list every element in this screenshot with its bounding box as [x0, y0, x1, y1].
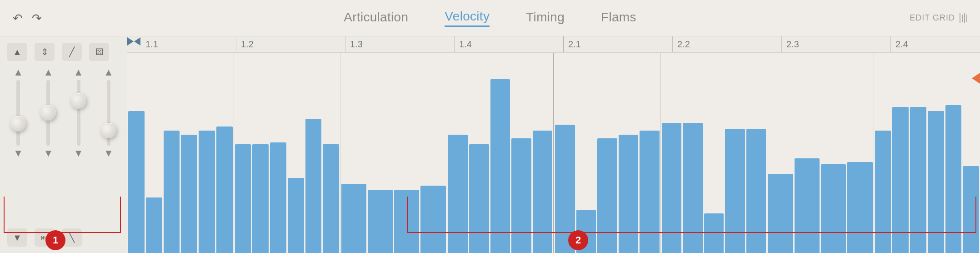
ruler-section-1.2: 1.2 [236, 36, 345, 52]
ruler-label-2.1: 2.1 [564, 39, 581, 50]
slider-2-thumb[interactable] [40, 105, 56, 121]
bar-b1.4-1[interactable] [469, 144, 489, 253]
bar-b1.2-4[interactable] [305, 119, 322, 253]
slider-2-down-arrow[interactable]: ▼ [43, 148, 53, 158]
bar-b1.1-4[interactable] [199, 131, 215, 253]
bar-b2.2-2[interactable] [704, 213, 724, 253]
beat-section-b1.2 [234, 53, 341, 253]
slider-3-down-arrow[interactable]: ▼ [74, 148, 84, 158]
bar-b2.1-3[interactable] [619, 135, 639, 253]
bar-b1.4-2[interactable] [490, 79, 510, 253]
bar-b1.3-2[interactable] [394, 190, 419, 253]
slider-1-thumb[interactable] [10, 116, 26, 132]
header: ↶ ↷ Articulation Velocity Timing Flams E… [0, 0, 980, 36]
bar-b2.3-0[interactable] [768, 174, 793, 253]
slider-1[interactable]: ▲ ▼ [13, 67, 23, 158]
beat-section-b1.1 [127, 53, 234, 253]
ruler: 1.1 1.2 1.3 1.4 2.1 2.2 2.3 2.4 [127, 36, 980, 53]
slider-3-rail[interactable] [77, 80, 80, 146]
slider-4-down-arrow[interactable]: ▼ [104, 148, 114, 158]
bar-b2.3-2[interactable] [821, 164, 846, 253]
bar-b1.2-0[interactable] [235, 144, 251, 253]
bar-b2.1-2[interactable] [597, 138, 617, 253]
controls-top-row: ▲ ⇕ ╱ ⚄ [7, 43, 120, 61]
bar-b1.2-2[interactable] [270, 142, 286, 253]
slider-4[interactable]: ▲ ▼ [104, 67, 114, 158]
bar-b2.4-4[interactable] [945, 105, 962, 253]
bar-b2.1-4[interactable] [640, 131, 660, 253]
ruler-label-1.2: 1.2 [236, 39, 254, 50]
ruler-section-2.1: 2.1 [564, 36, 673, 52]
bar-b2.2-4[interactable] [746, 129, 766, 253]
ruler-section-2.2: 2.2 [673, 36, 782, 52]
grid-line-1 [960, 13, 960, 23]
ruler-label-1.3: 1.3 [345, 39, 363, 50]
up-arrow-button[interactable]: ▲ [7, 43, 27, 61]
slider-2-up-arrow[interactable]: ▲ [43, 67, 53, 77]
ruler-label-1.4: 1.4 [455, 39, 472, 50]
tab-bar: Articulation Velocity Timing Flams [344, 9, 636, 27]
slider-3-thumb[interactable] [71, 93, 86, 109]
bar-b1.1-0[interactable] [128, 111, 145, 253]
bar-b1.1-5[interactable] [216, 126, 233, 253]
bar-b1.3-3[interactable] [420, 186, 445, 253]
ruler-label-2.3: 2.3 [782, 39, 799, 50]
bar-b1.3-0[interactable] [341, 184, 366, 253]
bar-b2.2-3[interactable] [725, 129, 745, 253]
bar-b2.4-3[interactable] [928, 111, 944, 253]
bar-b1.1-1[interactable] [146, 197, 162, 253]
edit-grid-button[interactable]: EDIT GRID [910, 13, 967, 23]
tab-velocity[interactable]: Velocity [445, 9, 490, 27]
slider-1-down-arrow[interactable]: ▼ [13, 148, 23, 158]
slider-2-rail[interactable] [46, 80, 50, 146]
play-arrows [127, 37, 140, 46]
slider-4-rail[interactable] [107, 80, 110, 146]
bar-b1.1-3[interactable] [181, 135, 197, 253]
bar-b2.2-0[interactable] [662, 123, 682, 253]
bar-b1.3-1[interactable] [368, 190, 393, 253]
chart-area: 1.1 1.2 1.3 1.4 2.1 2.2 2.3 2.4 [127, 36, 980, 253]
slider-3[interactable]: ▲ ▼ [74, 67, 84, 158]
bar-b2.4-0[interactable] [875, 131, 891, 253]
main-content: ▲ ⇕ ╱ ⚄ ▲ ▼ ▲ ▼ [0, 36, 980, 253]
bar-b2.3-3[interactable] [847, 162, 872, 253]
grid-lines-icon [960, 13, 967, 23]
slider-1-up-arrow[interactable]: ▲ [13, 67, 23, 77]
slider-4-up-arrow[interactable]: ▲ [104, 67, 114, 77]
bar-b1.1-2[interactable] [164, 131, 180, 253]
beat-section-b1.4 [447, 53, 555, 253]
beat-section-b2.1 [554, 53, 661, 253]
slider-1-rail[interactable] [16, 80, 20, 146]
bar-b1.2-1[interactable] [252, 144, 269, 253]
bar-b1.4-4[interactable] [533, 131, 553, 253]
sliders-row: ▲ ▼ ▲ ▼ ▲ ▼ [7, 67, 120, 222]
slider-4-thumb[interactable] [101, 123, 116, 138]
grid-line-2 [962, 15, 963, 22]
bar-b1.2-3[interactable] [288, 178, 304, 253]
bar-b2.2-1[interactable] [683, 123, 703, 253]
beat-section-b2.2 [661, 53, 768, 253]
beat-section-b1.3 [340, 53, 447, 253]
bar-b2.4-1[interactable] [892, 107, 909, 253]
bar-b1.4-0[interactable] [448, 135, 468, 253]
undo-button[interactable]: ↶ [13, 12, 23, 24]
undo-redo-group: ↶ ↷ [13, 12, 42, 24]
bar-b2.3-1[interactable] [795, 158, 820, 253]
bar-b1.2-5[interactable] [323, 144, 339, 253]
sort-button[interactable]: ⇕ [35, 43, 55, 61]
tab-timing[interactable]: Timing [526, 10, 565, 26]
playhead-icon [972, 73, 980, 84]
redo-button[interactable]: ↷ [32, 12, 42, 24]
tab-flams[interactable]: Flams [601, 10, 636, 26]
beat-section-b2.4 [874, 53, 980, 253]
slider-3-up-arrow[interactable]: ▲ [74, 67, 84, 77]
dice-button[interactable]: ⚄ [89, 43, 109, 61]
bar-b2.4-5[interactable] [963, 166, 979, 253]
tab-articulation[interactable]: Articulation [344, 10, 408, 26]
diagonal-button[interactable]: ╱ [62, 43, 82, 61]
down-arrow-button[interactable]: ▼ [7, 228, 27, 247]
bar-b1.4-3[interactable] [511, 138, 531, 253]
bar-b2.4-2[interactable] [910, 107, 926, 253]
slider-2[interactable]: ▲ ▼ [43, 67, 53, 158]
ruler-section-2.4: 2.4 [891, 36, 980, 52]
